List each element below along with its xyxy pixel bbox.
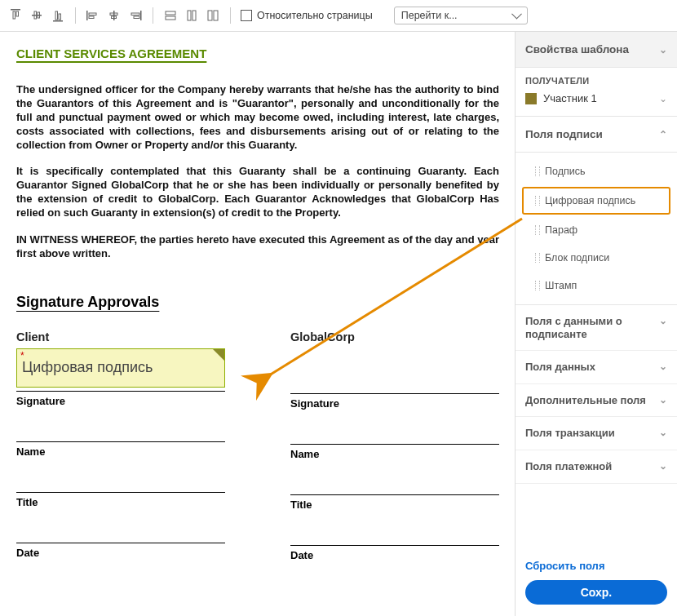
field-label: Цифровая подпись: [22, 359, 153, 376]
drag-handle-icon: [535, 166, 540, 176]
svg-rect-17: [134, 16, 139, 19]
sig-label-date: Date: [16, 547, 225, 559]
svg-rect-9: [86, 11, 88, 20]
svg-rect-18: [166, 11, 175, 15]
recipient-color-swatch: [525, 93, 537, 104]
field-item-digital-signature[interactable]: Цифровая подпись: [522, 187, 670, 215]
drag-handle-icon: [535, 225, 540, 235]
svg-rect-20: [188, 11, 191, 20]
right-sidebar: Свойства шаблона ⌄ ПОЛУЧАТЕЛИ Участник 1…: [515, 32, 677, 616]
group-label: Поля транзакции: [525, 427, 615, 440]
group-signer-data[interactable]: Поля с данными о подписанте ⌄: [515, 305, 677, 351]
align-middle-v-icon[interactable]: [29, 8, 44, 23]
sidebar-footer: Сбросить поля Сохр.: [515, 551, 677, 616]
toolbar-divider: [230, 7, 231, 24]
group-label: Поля платежной: [525, 460, 612, 473]
document-canvas: CLIENT SERVICES AGREEMENT The undersigne…: [0, 32, 515, 616]
sig-label-title: Title: [290, 499, 499, 511]
svg-rect-10: [89, 13, 96, 16]
match-height-icon[interactable]: [184, 8, 199, 23]
sig-label-date: Date: [290, 549, 499, 561]
doc-paragraph: IN WITNESS WHEREOF, the parties hereto h…: [16, 233, 499, 261]
recipient-name: Участник 1: [543, 92, 597, 104]
svg-rect-22: [208, 11, 212, 20]
svg-rect-1: [13, 11, 15, 19]
signature-fields-header[interactable]: Поля подписи ⌃: [515, 117, 677, 153]
group-data-fields[interactable]: Поля данных ⌄: [515, 351, 677, 384]
checkbox-icon: [241, 10, 252, 21]
match-width-icon[interactable]: [163, 8, 178, 23]
template-properties-label: Свойства шаблона: [525, 43, 629, 55]
field-item-signature-block[interactable]: Блок подписи: [515, 244, 677, 272]
svg-rect-8: [59, 14, 61, 20]
group-payment-fields[interactable]: Поля платежной ⌄: [515, 450, 677, 484]
align-left-icon[interactable]: [86, 8, 100, 23]
toolbar: Относительно страницы Перейти к...: [0, 0, 677, 32]
sig-label-title: Title: [16, 496, 225, 508]
globalcorp-heading: GlobalCorp: [290, 330, 499, 343]
field-item-label: Параф: [545, 224, 577, 236]
align-top-icon[interactable]: [8, 8, 23, 23]
field-item-signature[interactable]: Подпись: [515, 157, 677, 185]
svg-rect-11: [89, 16, 94, 19]
sig-label-signature: Signature: [290, 397, 499, 410]
svg-rect-2: [16, 11, 19, 16]
group-transaction-fields[interactable]: Поля транзакции ⌄: [515, 417, 677, 450]
group-label: Поля данных: [525, 361, 595, 374]
sig-line: [290, 393, 499, 394]
relative-to-page-toggle[interactable]: Относительно страницы: [241, 10, 373, 21]
goto-select[interactable]: Перейти к...: [394, 7, 528, 24]
reset-fields-link[interactable]: Сбросить поля: [525, 560, 604, 572]
doc-paragraph: The undersigned officer for the Company …: [16, 83, 499, 152]
toolbar-divider: [153, 7, 153, 24]
match-size-icon[interactable]: [206, 8, 220, 23]
field-item-initials[interactable]: Параф: [515, 216, 677, 244]
sig-line: [16, 391, 225, 392]
svg-rect-15: [140, 11, 142, 20]
sig-line: [290, 494, 499, 495]
field-item-stamp[interactable]: Штамп: [515, 272, 677, 299]
align-center-icon[interactable]: [107, 8, 122, 23]
client-heading: Client: [16, 330, 225, 343]
globalcorp-column: GlobalCorp Signature Name Title Date: [290, 330, 499, 561]
field-item-label: Штамп: [545, 280, 577, 291]
toolbar-divider: [75, 7, 76, 24]
chevron-down-icon: ⌄: [659, 427, 667, 438]
field-corner-icon: [213, 349, 224, 361]
save-button[interactable]: Сохр.: [525, 580, 667, 605]
sig-line: [16, 492, 225, 493]
field-item-label: Блок подписи: [545, 252, 609, 264]
sig-line: [290, 545, 499, 546]
sig-label-signature: Signature: [16, 395, 225, 407]
chevron-down-icon: ⌄: [659, 460, 667, 472]
required-asterisk: *: [20, 350, 24, 361]
svg-rect-6: [53, 20, 63, 22]
chevron-down-icon: ⌄: [659, 315, 667, 326]
svg-rect-23: [214, 11, 218, 20]
client-column: Client * Цифровая подпись Signature Name…: [16, 330, 225, 561]
chevron-down-icon: ⌄: [659, 44, 667, 55]
chevron-down-icon: ⌄: [659, 394, 667, 405]
sig-line: [290, 444, 499, 445]
group-extra-fields[interactable]: Дополнительные поля ⌄: [515, 384, 677, 418]
chevron-down-icon: ⌄: [659, 361, 667, 372]
recipients-section: ПОЛУЧАТЕЛИ Участник 1 ⌄: [515, 68, 677, 117]
field-item-label: Цифровая подпись: [545, 195, 635, 206]
svg-rect-19: [166, 16, 175, 20]
drag-handle-icon: [535, 253, 540, 263]
recipient-row[interactable]: Участник 1 ⌄: [525, 92, 667, 104]
svg-rect-7: [55, 11, 58, 20]
align-right-icon[interactable]: [128, 8, 143, 23]
signature-columns: Client * Цифровая подпись Signature Name…: [16, 330, 499, 561]
drag-handle-icon: [535, 281, 540, 290]
relative-label: Относительно страницы: [257, 10, 373, 21]
align-bottom-icon[interactable]: [51, 8, 65, 23]
sig-label-name: Name: [16, 445, 225, 458]
doc-paragraph: It is specifically contemplated that thi…: [16, 165, 499, 220]
signature-fields-list: Подпись Цифровая подпись Параф Блок подп…: [515, 153, 677, 305]
svg-rect-16: [131, 13, 139, 16]
template-properties-header[interactable]: Свойства шаблона ⌄: [515, 32, 677, 68]
chevron-down-icon: ⌄: [659, 93, 667, 104]
doc-title: CLIENT SERVICES AGREEMENT: [16, 47, 499, 60]
digital-signature-field[interactable]: * Цифровая подпись: [16, 348, 225, 388]
